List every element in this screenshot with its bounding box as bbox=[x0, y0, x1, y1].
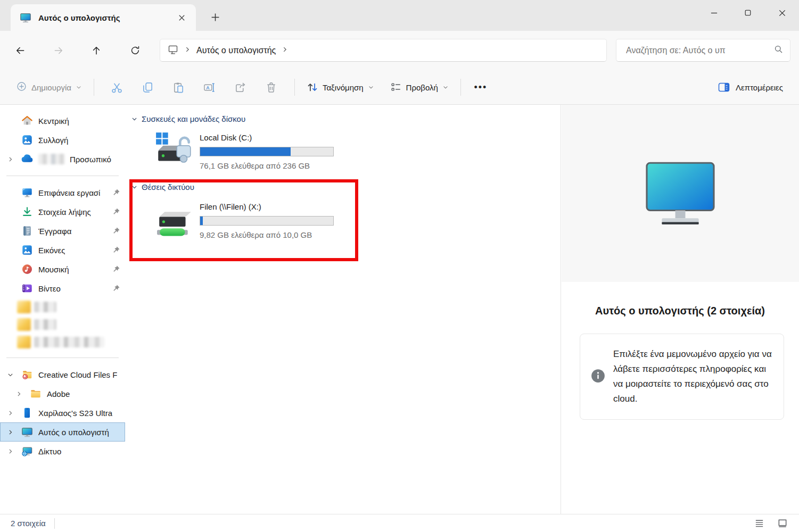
info-card: Επιλέξτε ένα μεμονωμένο αρχείο για να λά… bbox=[580, 334, 784, 420]
sidebar-item-blurred-folder[interactable] bbox=[0, 298, 125, 315]
chevron-down-icon bbox=[368, 84, 374, 90]
share-button[interactable] bbox=[225, 76, 256, 98]
sidebar-item-documents[interactable]: Έγγραφα bbox=[0, 221, 125, 240]
sidebar-item-blurred-folder[interactable] bbox=[0, 315, 125, 333]
pin-icon bbox=[112, 284, 120, 294]
pin-icon bbox=[112, 188, 120, 198]
onedrive-icon bbox=[21, 153, 34, 165]
view-button[interactable]: Προβολή bbox=[386, 78, 453, 96]
plus-circle-icon bbox=[16, 81, 27, 94]
chevron-down-icon bbox=[76, 84, 82, 90]
maximize-button[interactable] bbox=[731, 0, 765, 26]
details-toggle-button[interactable]: Λεπτομέρειες bbox=[718, 81, 783, 94]
sidebar-item-music[interactable]: Μουσική bbox=[0, 260, 125, 279]
cut-button[interactable] bbox=[102, 76, 133, 98]
drive-tile-local-disk[interactable]: Local Disk (C:) 76,1 GB ελεύθερα από 236… bbox=[154, 130, 334, 172]
sidebar-item-adobe[interactable]: Adobe bbox=[0, 384, 125, 403]
blurred-folder-name bbox=[34, 337, 104, 347]
chevron-down-icon[interactable] bbox=[4, 371, 16, 378]
cut-icon bbox=[111, 81, 123, 94]
sidebar-item-creative-cloud[interactable]: Creative Cloud Files F bbox=[0, 365, 125, 384]
sidebar-item-blurred-folder[interactable] bbox=[0, 333, 125, 351]
network-icon bbox=[21, 445, 34, 458]
blurred-folder-icon bbox=[17, 318, 31, 331]
svg-text:A: A bbox=[207, 85, 210, 90]
sidebar-divider bbox=[6, 358, 119, 358]
desktop-icon bbox=[21, 186, 34, 199]
sidebar-item-gallery[interactable]: Συλλογή bbox=[0, 130, 125, 149]
view-label: Προβολή bbox=[406, 83, 438, 92]
chevron-down-icon[interactable] bbox=[131, 184, 138, 190]
sidebar-item-this-pc[interactable]: Αυτός ο υπολογιστή bbox=[0, 422, 125, 442]
toolbar-divider bbox=[294, 79, 295, 96]
breadcrumb-chevron-icon[interactable] bbox=[184, 46, 191, 55]
location-monitor-icon bbox=[168, 44, 178, 57]
sidebar-item-onedrive-personal[interactable]: Προσωπικό bbox=[0, 149, 125, 169]
this-pc-monitor-icon bbox=[640, 160, 720, 227]
minimize-button[interactable] bbox=[697, 0, 731, 26]
sort-button[interactable]: Ταξινόμηση bbox=[302, 78, 378, 96]
title-bar: Αυτός ο υπολογιστής bbox=[0, 0, 799, 31]
new-tab-button[interactable] bbox=[205, 7, 225, 27]
sidebar-item-pictures[interactable]: Εικόνες bbox=[0, 240, 125, 260]
rename-icon: A bbox=[203, 81, 216, 94]
paste-button[interactable] bbox=[163, 76, 194, 98]
share-icon bbox=[234, 81, 246, 94]
sidebar-item-videos[interactable]: Βίντεο bbox=[0, 279, 125, 298]
chevron-down-icon[interactable] bbox=[131, 115, 138, 122]
close-button[interactable] bbox=[765, 0, 799, 26]
sidebar-item-label: Επιφάνεια εργασί bbox=[38, 188, 100, 197]
chevron-right-icon[interactable] bbox=[4, 429, 16, 436]
sidebar-item-desktop[interactable]: Επιφάνεια εργασί bbox=[0, 183, 125, 202]
up-button[interactable] bbox=[86, 40, 107, 61]
chevron-right-icon[interactable] bbox=[13, 390, 24, 397]
sidebar-item-home[interactable]: Κεντρική bbox=[0, 111, 125, 130]
breadcrumb-chevron-icon[interactable] bbox=[281, 46, 289, 55]
chevron-right-icon[interactable] bbox=[4, 156, 16, 163]
section-header-network[interactable]: Θέσεις δικτύου bbox=[131, 182, 194, 192]
tab-close-icon[interactable] bbox=[174, 10, 190, 26]
forward-button[interactable] bbox=[48, 40, 69, 61]
delete-button[interactable] bbox=[256, 76, 287, 98]
this-pc-icon bbox=[19, 11, 32, 24]
blurred-folder-name bbox=[34, 319, 56, 330]
section-header-devices[interactable]: Συσκευές και μονάδες δίσκου bbox=[131, 114, 245, 123]
copy-icon bbox=[142, 81, 154, 94]
sidebar-item-downloads[interactable]: Στοιχεία λήψης bbox=[0, 202, 125, 221]
pin-icon bbox=[112, 265, 120, 275]
more-options-button[interactable]: ••• bbox=[468, 76, 493, 98]
search-input[interactable] bbox=[625, 45, 773, 56]
search-box[interactable] bbox=[616, 39, 790, 62]
view-options-icon bbox=[390, 81, 402, 93]
new-button-label: Δημιουργία bbox=[31, 83, 71, 92]
chevron-right-icon[interactable] bbox=[4, 448, 16, 455]
search-icon[interactable] bbox=[773, 44, 784, 56]
section-header-label: Θέσεις δικτύου bbox=[142, 182, 194, 192]
large-thumbnails-view-toggle[interactable] bbox=[775, 517, 790, 530]
documents-icon bbox=[21, 225, 34, 237]
sidebar-item-network[interactable]: Δίκτυο bbox=[0, 442, 125, 461]
refresh-button[interactable] bbox=[125, 40, 146, 61]
breadcrumb-this-pc[interactable]: Αυτός ο υπολογιστής bbox=[196, 46, 276, 55]
sidebar-item-phone[interactable]: Χαρίλαος's S23 Ultra bbox=[0, 403, 125, 422]
sidebar-item-label: Κεντρική bbox=[38, 117, 69, 126]
chevron-right-icon[interactable] bbox=[4, 410, 16, 417]
window-controls bbox=[697, 0, 799, 26]
new-button[interactable]: Δημιουργία bbox=[12, 78, 86, 97]
sidebar-item-label: Δίκτυο bbox=[38, 447, 61, 456]
blurred-folder-icon bbox=[17, 301, 31, 313]
drive-tile-filen-network[interactable]: Filen (\\Filen) (X:) 9,82 GB ελεύθερα απ… bbox=[156, 200, 334, 241]
rename-button[interactable]: A bbox=[194, 76, 225, 98]
address-bar[interactable]: Αυτός ο υπολογιστής bbox=[160, 39, 607, 62]
blurred-account-name bbox=[38, 154, 65, 164]
section-header-label: Συσκευές και μονάδες δίσκου bbox=[142, 114, 245, 123]
explorer-tab[interactable]: Αυτός ο υπολογιστής bbox=[11, 4, 196, 31]
drive-name: Filen (\\Filen) (X:) bbox=[200, 202, 334, 212]
copy-button[interactable] bbox=[133, 76, 163, 98]
capacity-bar bbox=[200, 216, 334, 226]
details-view-toggle[interactable] bbox=[751, 517, 767, 530]
back-button[interactable] bbox=[10, 40, 31, 61]
file-list-area: Συσκευές και μονάδες δίσκου Local Disk (… bbox=[125, 105, 561, 514]
capacity-bar-fill bbox=[200, 217, 203, 225]
info-icon bbox=[591, 369, 605, 385]
